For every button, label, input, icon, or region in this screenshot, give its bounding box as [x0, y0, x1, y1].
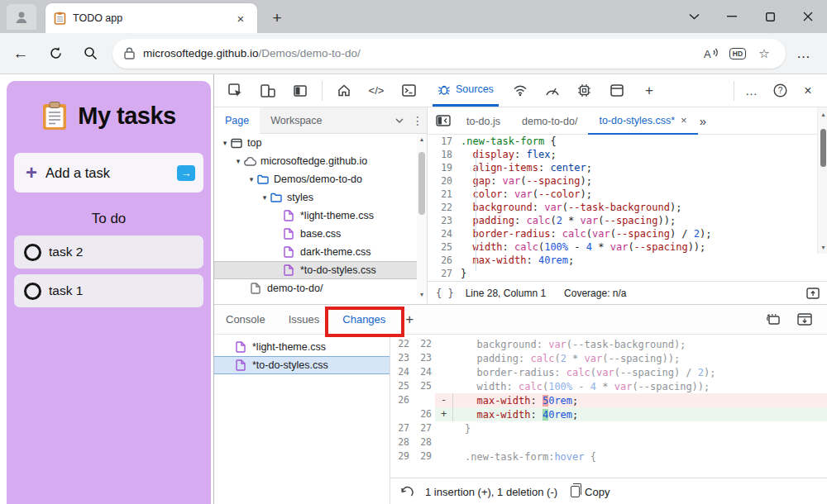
tree-item[interactable]: ▾Demos/demo-to-do — [214, 170, 427, 188]
tab-search-chevron-icon[interactable] — [675, 0, 713, 33]
scroll-up-icon[interactable]: ▴ — [819, 109, 827, 119]
task-item[interactable]: task 1 — [14, 274, 203, 307]
tab-page[interactable]: Page — [214, 107, 260, 134]
tree-item[interactable]: demo-to-do/ — [214, 279, 427, 297]
revert-icon[interactable] — [400, 486, 414, 498]
welcome-home-icon[interactable] — [333, 80, 355, 102]
tab-changes[interactable]: Changes — [331, 305, 397, 335]
minimize-button[interactable] — [713, 0, 751, 33]
settings-more-icon[interactable]: … — [789, 40, 819, 68]
diff-row[interactable]: 26+ max-width: 40rem; — [390, 407, 827, 421]
code-line[interactable]: 19 align-items: center; — [428, 161, 827, 174]
changed-file-item[interactable]: *to-do-styles.css — [214, 356, 390, 374]
collapse-drawer-icon[interactable] — [797, 313, 812, 326]
tree-item[interactable]: *light-theme.css — [214, 207, 427, 225]
expander-icon[interactable]: ▾ — [259, 193, 270, 202]
diff-row[interactable]: 2727} — [390, 421, 827, 435]
maximize-button[interactable] — [751, 0, 789, 33]
application-tab-icon[interactable] — [606, 80, 628, 102]
code-line[interactable]: 18 display: flex; — [428, 148, 827, 161]
dock-side-icon[interactable] — [289, 80, 311, 102]
profile-button[interactable] — [7, 4, 36, 30]
expander-icon[interactable]: ▾ — [219, 139, 231, 147]
close-window-button[interactable] — [789, 0, 827, 33]
editor-scrollbar[interactable]: ▴ ▾ — [817, 107, 827, 254]
hd-badge-icon[interactable]: HD — [726, 42, 749, 65]
diff-row[interactable]: 2424 border-radius: calc(var(--spacing) … — [390, 365, 827, 379]
editor-tab[interactable]: demo-to-do/ — [511, 107, 588, 135]
tab-workspace[interactable]: Workspace — [260, 107, 332, 134]
performance-tab-icon[interactable] — [542, 80, 563, 102]
browser-tab[interactable]: TODO app × — [45, 3, 257, 33]
memory-tab-icon[interactable] — [574, 80, 595, 102]
diff-row[interactable]: 2222 background: var(--task-background); — [390, 337, 827, 351]
dock-drawer-icon[interactable] — [765, 313, 781, 326]
code-line[interactable]: 26 max-width: 40rem; — [428, 254, 827, 267]
more-tabs-icon[interactable]: » — [700, 114, 706, 128]
network-tab-icon[interactable] — [509, 80, 531, 102]
scrollbar-thumb[interactable] — [418, 152, 425, 215]
move-to-top-icon[interactable] — [806, 288, 820, 299]
code-line[interactable]: 25 width: calc(100% - 4 * var(--spacing)… — [428, 240, 827, 254]
add-task-field[interactable]: + Add a task → — [14, 153, 203, 193]
task-item[interactable]: task 2 — [14, 235, 203, 269]
favorites-star-icon[interactable]: ☆ — [753, 42, 776, 65]
close-devtools-icon[interactable]: × — [797, 80, 819, 102]
close-tab-icon[interactable]: × — [681, 114, 687, 126]
task-checkbox[interactable] — [24, 283, 41, 300]
refresh-button[interactable] — [41, 40, 69, 68]
tab-console[interactable]: Console — [214, 305, 277, 335]
console-tab-icon[interactable] — [398, 80, 419, 102]
editor-tab[interactable]: to-do-styles.css*× — [588, 107, 697, 135]
customize-devtools-icon[interactable]: … — [741, 80, 762, 102]
code-line[interactable]: 20 gap: var(--spacing); — [428, 174, 827, 188]
inspect-tool-icon[interactable] — [225, 80, 246, 102]
code-line[interactable]: 24 border-radius: calc(var(--spacing) / … — [428, 227, 827, 240]
tree-item[interactable]: *to-do-styles.css — [214, 261, 427, 279]
code-line[interactable]: 23 padding: calc(2 * var(--spacing)); — [428, 214, 827, 227]
diff-row[interactable]: 2323 padding: calc(2 * var(--spacing)); — [390, 351, 827, 365]
code-line[interactable]: 27} — [428, 267, 827, 280]
read-aloud-icon[interactable]: A — [700, 42, 723, 65]
tree-item[interactable]: ▾microsoftedge.github.io — [214, 152, 427, 170]
device-emulation-icon[interactable] — [257, 80, 279, 102]
new-tab-button[interactable]: + — [266, 8, 288, 28]
code-line[interactable]: 17.new-task-form { — [428, 135, 827, 148]
editor-tab[interactable]: to-do.js — [456, 107, 511, 135]
submit-task-button[interactable]: → — [177, 165, 195, 181]
elements-tab-icon[interactable]: </> — [366, 80, 387, 102]
code-area[interactable]: 17.new-task-form {18 display: flex;19 al… — [428, 135, 827, 281]
code-line[interactable]: 21 color: var(--color); — [428, 188, 827, 201]
pretty-print-icon[interactable]: { } — [436, 288, 454, 299]
add-drawer-tab-icon[interactable]: + — [405, 311, 414, 328]
scroll-down-icon[interactable]: ▾ — [819, 242, 827, 252]
tab-issues[interactable]: Issues — [277, 305, 332, 335]
code-line[interactable]: 22 background: var(--task-background); — [428, 201, 827, 214]
tree-item[interactable]: ▾styles — [214, 188, 427, 207]
diff-row[interactable]: 2525 width: calc(100% - 4 * var(--spacin… — [390, 379, 827, 393]
scroll-down-icon[interactable]: ▾ — [417, 289, 427, 299]
address-bar[interactable]: microsoftedge.github.io/Demos/demo-to-do… — [112, 39, 786, 69]
navigator-more-icon[interactable]: ⋮ — [409, 114, 427, 127]
scroll-up-icon[interactable]: ▴ — [417, 134, 427, 144]
scrollbar-thumb[interactable] — [820, 129, 826, 167]
navigator-scrollbar[interactable]: ▴ ▾ — [417, 134, 427, 299]
tree-item[interactable]: ▾top — [214, 134, 427, 152]
expander-icon[interactable]: ▾ — [246, 175, 257, 183]
expander-icon[interactable]: ▾ — [232, 157, 244, 165]
copy-button[interactable]: Copy — [571, 486, 609, 498]
tab-close-icon[interactable]: × — [232, 10, 249, 26]
help-icon[interactable]: ? — [769, 80, 791, 102]
diff-row[interactable]: 26- max-width: 50rem; — [390, 393, 827, 407]
task-checkbox[interactable] — [24, 244, 41, 261]
diff-row[interactable]: 2929.new-task-form:hover { — [390, 449, 827, 464]
tab-sources[interactable]: Sources — [433, 74, 499, 107]
back-button[interactable]: ← — [7, 40, 35, 68]
tree-item[interactable]: dark-theme.css — [214, 243, 427, 261]
hide-navigator-icon[interactable] — [431, 115, 456, 126]
more-tools-plus-icon[interactable]: + — [638, 80, 660, 102]
search-icon[interactable] — [76, 40, 104, 68]
changed-file-item[interactable]: *light-theme.css — [214, 338, 390, 356]
diff-row[interactable]: 2828 — [390, 435, 827, 449]
chevron-down-icon[interactable] — [390, 118, 409, 123]
